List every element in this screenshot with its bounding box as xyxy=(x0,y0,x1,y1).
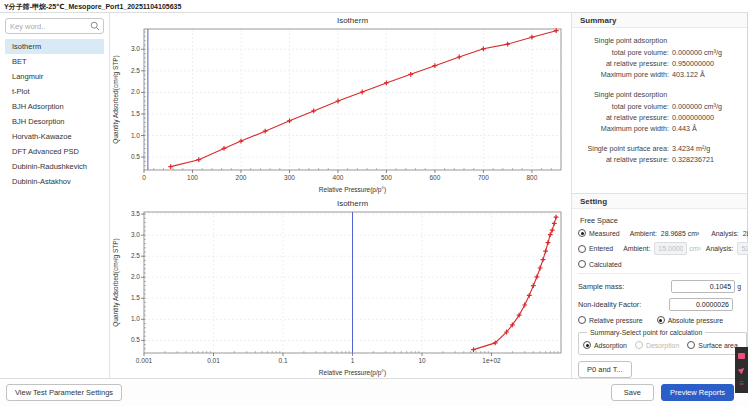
measured-analysis-value: 28.1524 cm³ xyxy=(743,230,748,237)
summary-row: Single point surface area:3.4234 m²/g xyxy=(572,143,743,154)
svg-text:1e+02: 1e+02 xyxy=(482,357,501,364)
svg-text:700: 700 xyxy=(478,174,489,181)
isotherm-chart-log-canvas[interactable]: 0.0010.010.11101e+020.51.01.52.02.53.03.… xyxy=(110,196,571,379)
free-space-entered-row: Entered Ambient: cm³ Analysis: cm³ xyxy=(578,242,741,255)
summary-row: Maximum pore width:403.122 Å xyxy=(572,69,743,80)
entered-ambient-label: Ambient: xyxy=(623,245,650,252)
svg-text:0.001: 0.001 xyxy=(136,357,153,364)
surface-area-radio[interactable] xyxy=(687,341,695,349)
summary-row: total pore volume:0.000000 cm³/g xyxy=(572,101,743,112)
svg-text:Relative Pressure(p/p°): Relative Pressure(p/p°) xyxy=(319,186,386,194)
summary-adsorption-header: Single point adsorption xyxy=(594,35,743,46)
screenshot-icon[interactable] xyxy=(735,349,748,363)
sidebar-item-bet[interactable]: BET xyxy=(5,54,104,69)
entered-radio[interactable] xyxy=(578,245,586,253)
summary-row: Maximum pore width:0.443 Å xyxy=(572,123,743,134)
sidebar-item-bjh-adsorption[interactable]: BJH Adsorption xyxy=(5,99,104,114)
svg-text:300: 300 xyxy=(284,174,295,181)
svg-text:1: 1 xyxy=(351,357,355,364)
sidebar-item-dft-advanced-psd[interactable]: DFT Advanced PSD xyxy=(5,144,104,159)
sidebar-item-dubinin-astakhov[interactable]: Dubinin-Astakhov xyxy=(5,174,104,189)
sidebar-item-isotherm[interactable]: Isotherm xyxy=(5,39,104,54)
window-title: Y分子筛-甲烷-25℃_Mesopore_Port1_2025110410563… xyxy=(0,0,748,13)
chart-area: 01002003004005006007008000.51.01.52.02.5… xyxy=(110,13,571,378)
entered-label: Entered xyxy=(589,245,613,252)
cursor-icon[interactable] xyxy=(735,363,748,377)
relative-pressure-radio[interactable] xyxy=(578,316,586,324)
svg-text:0.1: 0.1 xyxy=(278,357,287,364)
select-point-legend: Summary-Select point for calculation xyxy=(587,329,705,336)
svg-text:1.5: 1.5 xyxy=(131,110,140,117)
absolute-pressure-radio[interactable] xyxy=(657,316,665,324)
svg-text:3.0: 3.0 xyxy=(131,45,140,52)
sample-mass-input[interactable] xyxy=(671,280,735,293)
setting-header: Setting xyxy=(572,194,747,209)
sidebar-item-t-plot[interactable]: t-Plot xyxy=(5,84,104,99)
isotherm-chart-linear-canvas[interactable]: 01002003004005006007008000.51.01.52.02.5… xyxy=(110,13,571,196)
summary-desorption-header: Single point desorption xyxy=(594,89,743,100)
svg-text:Quantity Adsorbed(cm³/g STP): Quantity Adsorbed(cm³/g STP) xyxy=(112,55,120,144)
sample-mass-row: Sample mass: g xyxy=(578,280,741,293)
svg-text:1.0: 1.0 xyxy=(131,315,140,322)
measured-analysis-label: Analysis: xyxy=(711,230,739,237)
svg-text:10: 10 xyxy=(418,357,426,364)
isotherm-chart-log: 0.0010.010.11101e+020.51.01.52.02.53.03.… xyxy=(110,196,571,379)
svg-text:1.0: 1.0 xyxy=(131,132,140,139)
desorption-option-label: Desorption xyxy=(646,342,679,349)
footer-bar: View Test Parameter Settings Save Previe… xyxy=(0,378,748,406)
free-space-calculated-row: Calculated xyxy=(578,260,741,268)
desorption-radio[interactable] xyxy=(635,341,643,349)
svg-text:2.0: 2.0 xyxy=(131,88,140,95)
select-point-groupbox: Summary-Select point for calculation Ads… xyxy=(578,329,747,355)
p0-and-t-button[interactable]: P0 and T... xyxy=(578,361,632,378)
sidebar-item-horvath-kawazoe[interactable]: Horvath-Kawazoe xyxy=(5,129,104,144)
svg-text:500: 500 xyxy=(381,174,392,181)
measured-ambient-label: Ambient: xyxy=(630,230,657,237)
sidebar-item-bjh-desorption[interactable]: BJH Desorption xyxy=(5,114,104,129)
relative-pressure-label: Relative pressure xyxy=(589,317,643,324)
entered-analysis-label: Analysis: xyxy=(706,245,734,252)
svg-text:2.5: 2.5 xyxy=(131,67,140,74)
summary-header: Summary xyxy=(572,13,747,28)
entered-analysis-input[interactable] xyxy=(737,242,748,255)
summary-row: at relative pressure:0.000000000 xyxy=(572,112,743,123)
pressure-mode-row: Relative pressure Absolute pressure xyxy=(578,316,741,324)
svg-text:Isotherm: Isotherm xyxy=(337,16,368,25)
svg-text:2.5: 2.5 xyxy=(131,252,140,259)
svg-text:1.5: 1.5 xyxy=(131,294,140,301)
svg-text:800: 800 xyxy=(526,174,537,181)
measured-ambient-value: 28.9685 cm³ xyxy=(661,230,699,237)
sample-mass-label: Sample mass: xyxy=(578,282,671,291)
calculated-label: Calculated xyxy=(589,261,622,268)
free-space-label: Free Space xyxy=(580,216,741,225)
divider xyxy=(578,273,741,274)
non-ideality-input[interactable] xyxy=(669,298,733,311)
method-sidebar: Isotherm BET Langmuir t-Plot BJH Adsorpt… xyxy=(0,13,110,378)
measured-label: Measured xyxy=(589,230,620,237)
svg-text:Isotherm: Isotherm xyxy=(337,199,368,208)
sidebar-item-dubinin-radushkevich[interactable]: Dubinin-Radushkevich xyxy=(5,159,104,174)
summary-row: at relative pressure:0.328236721 xyxy=(572,154,743,165)
calculated-radio[interactable] xyxy=(578,260,586,268)
main-area: Isotherm BET Langmuir t-Plot BJH Adsorpt… xyxy=(0,13,748,378)
entered-ambient-input[interactable] xyxy=(654,242,687,255)
save-button[interactable]: Save xyxy=(611,384,654,401)
svg-text:0.5: 0.5 xyxy=(131,153,140,160)
adsorption-radio[interactable] xyxy=(583,341,591,349)
svg-text:0: 0 xyxy=(142,174,146,181)
summary-panel: Summary Single point adsorption total po… xyxy=(572,13,747,194)
sample-mass-unit: g xyxy=(737,283,741,290)
search-icon xyxy=(90,21,100,31)
sidebar-item-langmuir[interactable]: Langmuir xyxy=(5,69,104,84)
entered-ambient-unit: cm³ xyxy=(689,245,700,252)
adsorption-option-label: Adsorption xyxy=(594,342,627,349)
menu-icon[interactable]: ≡ xyxy=(735,377,748,391)
view-test-parameter-settings-button[interactable]: View Test Parameter Settings xyxy=(6,384,122,401)
svg-text:3.5: 3.5 xyxy=(131,210,140,217)
setting-panel: Setting Free Space Measured Ambient: 28.… xyxy=(572,194,747,378)
measured-radio[interactable] xyxy=(578,229,586,237)
svg-text:3.0: 3.0 xyxy=(131,231,140,238)
preview-reports-button[interactable]: Preview Reports xyxy=(661,384,734,401)
right-panel: Summary Single point adsorption total po… xyxy=(571,13,748,378)
summary-row: total pore volume:0.000000 cm³/g xyxy=(572,47,743,58)
